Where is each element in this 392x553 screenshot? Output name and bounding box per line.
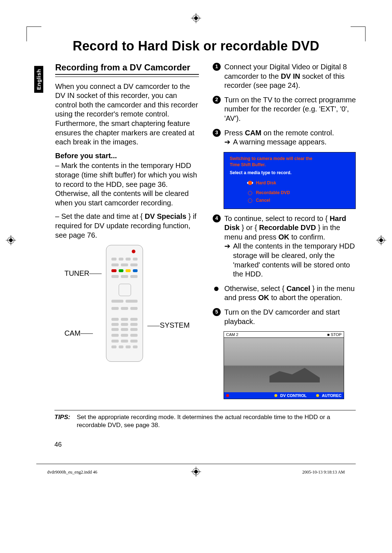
dialog-option-hard-disk[interactable]: Hard Disk [248,179,350,188]
option-label: Recordable DVD [256,190,290,196]
page-title: Record to Hard Disk or recordable DVD [34,38,358,54]
step-2: 2 Turn on the TV to the correct programm… [213,95,356,123]
cam-source-label: CAM 2 [226,332,238,337]
yellow-led-icon [274,394,277,397]
remote-figure: TUNER CAM [55,245,199,362]
dialog-warning-line2: Time Shift Buffer. [230,162,350,168]
step-3-result: A warning message appears. [224,138,356,147]
text: – Set the date and time at { [55,212,145,220]
step-3: 3 Press CAM on the remote control. A war… [213,128,356,147]
text: to abort the operation. [269,294,342,302]
intro-paragraph: When you connect a DV camcorder to the D… [55,82,199,147]
text: To continue, select to record to { [224,214,330,222]
recordable-dvd-label: Recordable DVD [259,224,316,232]
yellow-led-icon [316,394,319,397]
tips-footer: TIPS: Set the appropriate recording mode… [54,410,356,429]
bullet-1-icon: 1 [213,63,221,71]
registration-mark-top [191,13,201,23]
text: to confirm. [289,233,325,241]
dv-in-label: DV IN [281,72,300,80]
step-bullet-cancel: Otherwise, select { Cancel } in the menu… [213,284,356,303]
section-heading: Recording from a DV Camcorder [55,62,199,73]
cam-button-label: CAM [245,129,262,137]
text: Turn on the DV camcorder and start playb… [224,308,340,325]
remote-control-icon [106,245,143,362]
bullet-4-icon: 4 [213,214,221,222]
radio-icon [248,191,252,195]
page-number: 46 [54,441,62,449]
radio-selected-icon [248,181,252,185]
text: } or { [240,224,259,232]
page-content: English Record to Hard Disk or recordabl… [34,38,358,399]
cam-stop-label: ■ STOP [327,332,342,337]
media-type-dialog: Switching to camera mode will clear the … [224,152,356,209]
step-4-result: All the contents in the temporary HDD st… [224,242,356,279]
option-label: Hard Disk [256,180,276,186]
footer-timestamp: 2005-10-13 9:18:13 AM [302,470,345,475]
registration-mark-left [6,235,16,245]
camcorder-screen-figure: CAM 2 ■ STOP DV CONTROL AUTOREC [224,331,344,399]
radio-icon [248,198,252,203]
bullet-2-icon: 2 [213,96,221,104]
text: Press [224,129,245,137]
dialog-prompt: Select a media type to record. [230,170,350,176]
dialog-option-recordable-dvd[interactable]: Recordable DVD [248,190,350,196]
before-item-2: – Set the date and time at { DV Specials… [55,212,199,240]
print-footer: dvdr9000h_eu_eng2.indd 46 2005-10-13 9:1… [47,470,345,475]
option-label: Cancel [256,198,270,203]
bullet-3-icon: 3 [213,129,221,137]
registration-mark-right [376,235,386,245]
dialog-warning-line1: Switching to camera mode will clear the [230,156,350,161]
bullet-icon [214,287,219,291]
tips-text: Set the appropriate recording mode. It d… [77,413,356,429]
tips-label: TIPS: [54,413,70,429]
ok-label: OK [278,233,289,241]
step-1: 1 Connect your Digital Video or Digital … [213,62,356,90]
heading-rule [55,74,199,77]
text: Turn on the TV to the correct programme … [224,96,356,122]
bullet-5-icon: 5 [213,308,221,316]
step-5: 5 Turn on the DV camcorder and start pla… [213,308,356,326]
dv-specials-label: DV Specials [145,212,187,220]
camcorder-preview-image [224,338,344,392]
record-led-icon [226,394,229,397]
ok-label: OK [258,294,269,302]
right-column: 1 Connect your Digital Video or Digital … [213,62,356,399]
tuner-label: TUNER [64,269,102,278]
dv-control-label: DV CONTROL [280,393,307,398]
language-tab: English [34,66,43,93]
autorec-label: AUTOREC [322,393,342,398]
before-item-1: – Mark the contents in the temporary HDD… [55,161,199,208]
cancel-label: Cancel [286,284,310,292]
before-you-start-heading: Before you start... [55,151,199,161]
cam-label: CAM [64,329,102,338]
left-column: Recording from a DV Camcorder When you c… [55,62,199,399]
footer-filename: dvdr9000h_eu_eng2.indd 46 [47,470,97,475]
system-label: SYSTEM [147,321,189,330]
text: Otherwise, select { [224,284,286,292]
step-4: 4 To continue, select to record to { Har… [213,214,356,279]
text: on the remote control. [261,129,334,137]
dialog-option-cancel[interactable]: Cancel [248,198,350,203]
